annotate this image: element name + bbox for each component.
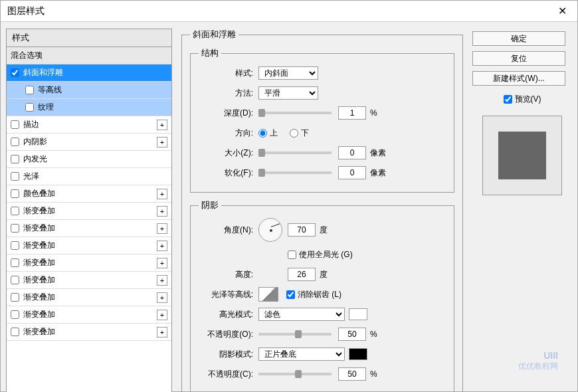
up-radio-label[interactable]: 上: [258, 128, 278, 139]
inner-shadow-checkbox[interactable]: [11, 138, 19, 146]
percent-unit: %: [370, 330, 377, 339]
size-slider[interactable]: [258, 151, 332, 154]
bevel-checkbox[interactable]: [11, 68, 19, 77]
grad-checkbox[interactable]: [11, 276, 19, 284]
shadow-opacity-slider[interactable]: [258, 373, 332, 375]
add-icon[interactable]: +: [157, 241, 167, 251]
satin-checkbox[interactable]: [11, 172, 19, 181]
style-inner-shadow[interactable]: 内阴影+: [7, 134, 171, 151]
style-contour[interactable]: 等高线: [7, 82, 171, 99]
shadow-opacity-input[interactable]: [338, 367, 366, 381]
depth-label: 深度(D):: [199, 108, 258, 119]
add-icon[interactable]: +: [157, 292, 167, 303]
global-light-label[interactable]: 使用全局光 (G): [288, 249, 353, 260]
watermark: UIII 优优教程网: [518, 350, 558, 372]
cancel-button[interactable]: 复位: [472, 51, 565, 66]
style-gradient-overlay[interactable]: 渐变叠加+: [7, 237, 171, 254]
grad-checkbox[interactable]: [11, 207, 19, 215]
depth-slider[interactable]: [258, 112, 332, 114]
gloss-contour-picker[interactable]: [258, 287, 278, 302]
highlight-mode-label: 高光模式:: [199, 309, 258, 320]
add-icon[interactable]: +: [157, 206, 167, 217]
soften-input[interactable]: [338, 166, 366, 179]
new-style-button[interactable]: 新建样式(W)...: [472, 71, 565, 86]
styles-header[interactable]: 样式: [6, 29, 172, 47]
grad-checkbox[interactable]: [11, 293, 19, 302]
angle-wheel[interactable]: [258, 218, 282, 242]
add-icon[interactable]: +: [157, 275, 167, 286]
add-icon[interactable]: +: [157, 310, 167, 320]
altitude-input[interactable]: [288, 268, 316, 281]
style-gradient-overlay[interactable]: 渐变叠加+: [7, 306, 171, 324]
main-group: 斜面和浮雕 结构 样式: 内斜面 方法: 平滑 深度(D):: [181, 29, 463, 392]
style-blending-options[interactable]: 混合选项: [7, 47, 171, 64]
close-button[interactable]: ✕: [547, 1, 577, 22]
style-gradient-overlay[interactable]: 渐变叠加+: [7, 203, 171, 220]
main-legend: 斜面和浮雕: [190, 29, 239, 41]
preview-checkbox[interactable]: [504, 95, 512, 104]
grad-checkbox[interactable]: [11, 310, 19, 319]
down-radio-label[interactable]: 下: [290, 128, 309, 139]
shadow-color-swatch[interactable]: [349, 348, 367, 360]
preview-label[interactable]: 预览(V): [472, 94, 572, 105]
texture-checkbox[interactable]: [25, 103, 34, 112]
add-icon[interactable]: +: [157, 120, 167, 130]
shading-legend: 阴影: [199, 199, 221, 211]
titlebar: 图层样式 ✕: [1, 1, 577, 22]
percent-unit: %: [370, 369, 377, 379]
highlight-opacity-slider[interactable]: [258, 333, 332, 336]
altitude-label: 高度:: [199, 269, 258, 280]
highlight-mode-select[interactable]: 滤色: [258, 308, 345, 321]
shadow-mode-label: 阴影模式:: [199, 349, 258, 360]
preview-box: [482, 116, 562, 195]
soften-slider[interactable]: [258, 171, 332, 174]
style-gradient-overlay[interactable]: 渐变叠加+: [7, 324, 171, 341]
deg-unit: 度: [320, 269, 328, 280]
angle-input[interactable]: [288, 223, 316, 237]
add-icon[interactable]: +: [157, 137, 167, 147]
inner-glow-checkbox[interactable]: [11, 155, 19, 163]
styles-panel: 样式 混合选项 斜面和浮雕 等高线 纹理 描边+ 内阴影+ 内发光 光泽 颜色叠…: [6, 29, 172, 392]
content-area: 样式 混合选项 斜面和浮雕 等高线 纹理 描边+ 内阴影+ 内发光 光泽 颜色叠…: [1, 22, 577, 392]
add-icon[interactable]: +: [157, 223, 167, 234]
style-gradient-overlay[interactable]: 渐变叠加+: [7, 272, 171, 289]
style-texture[interactable]: 纹理: [7, 99, 171, 116]
add-icon[interactable]: +: [157, 189, 167, 199]
style-label: 样式:: [199, 68, 258, 79]
global-light-checkbox[interactable]: [288, 250, 296, 259]
style-color-overlay[interactable]: 颜色叠加+: [7, 185, 171, 203]
deg-unit: 度: [320, 225, 328, 236]
up-radio[interactable]: [258, 129, 267, 138]
antialias-label[interactable]: 消除锯齿 (L): [286, 289, 341, 300]
technique-select[interactable]: 平滑: [258, 86, 318, 100]
antialias-checkbox[interactable]: [286, 290, 295, 299]
ok-button[interactable]: 确定: [472, 31, 565, 46]
style-gradient-overlay[interactable]: 渐变叠加+: [7, 254, 171, 272]
depth-input[interactable]: [338, 106, 366, 120]
style-gradient-overlay[interactable]: 渐变叠加+: [7, 289, 171, 306]
highlight-opacity-input[interactable]: [338, 328, 366, 341]
contour-checkbox[interactable]: [25, 86, 34, 94]
style-inner-glow[interactable]: 内发光: [7, 151, 171, 168]
size-input[interactable]: [338, 146, 366, 159]
preview-swatch: [498, 132, 546, 179]
add-icon[interactable]: +: [157, 258, 167, 268]
style-satin[interactable]: 光泽: [7, 168, 171, 185]
grad-checkbox[interactable]: [11, 328, 19, 336]
stroke-checkbox[interactable]: [11, 120, 19, 129]
style-gradient-overlay[interactable]: 渐变叠加+: [7, 220, 171, 237]
grad-checkbox[interactable]: [11, 241, 19, 250]
shadow-mode-select[interactable]: 正片叠底: [258, 347, 345, 361]
grad-checkbox[interactable]: [11, 258, 19, 267]
style-bevel-emboss[interactable]: 斜面和浮雕: [7, 64, 171, 82]
gloss-contour-label: 光泽等高线:: [199, 289, 258, 300]
grad-checkbox[interactable]: [11, 224, 19, 233]
opacity1-label: 不透明度(O):: [199, 329, 258, 340]
style-select[interactable]: 内斜面: [258, 66, 318, 80]
color-overlay-checkbox[interactable]: [11, 189, 19, 198]
highlight-color-swatch[interactable]: [349, 308, 367, 320]
style-stroke[interactable]: 描边+: [7, 116, 171, 134]
add-icon[interactable]: +: [157, 327, 167, 338]
down-radio[interactable]: [290, 129, 298, 138]
size-label: 大小(Z):: [199, 147, 258, 159]
